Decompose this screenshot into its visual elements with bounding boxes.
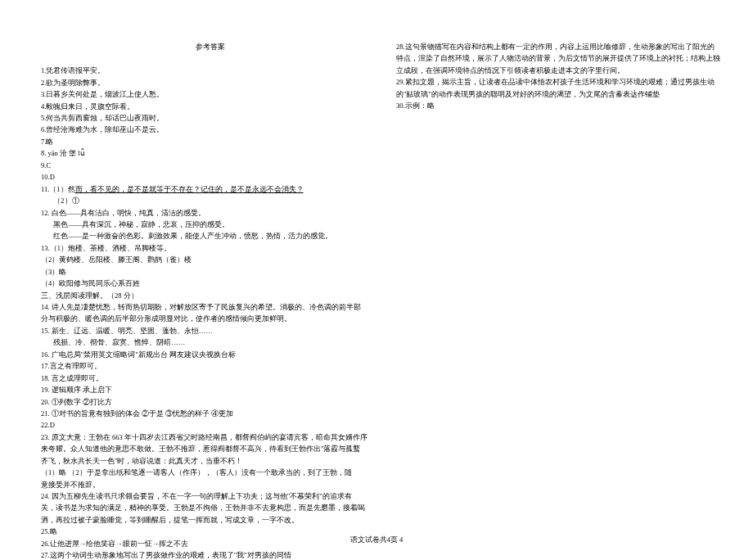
text-line: （2）①	[41, 195, 380, 206]
text-line: 18. 言之成理即可。	[41, 373, 380, 384]
text-line: 13.（1）炮楼、茶楼、酒楼、吊脚楼等。	[41, 242, 380, 254]
text-line: 14. 诗人先是凄楚忧愁，转而热切期盼，对解放区寄予了民族复兴的希望。消极的、冷…	[41, 301, 380, 313]
underlined-text: 而，看不见的，是不是就等于不存在？记住的，是不是永远不会消失？	[75, 185, 304, 193]
text-line: 28.这句景物描写在内容和结构上都有一定的作用，内容上运用比喻修辞，生动形象的写…	[396, 41, 720, 52]
text-line: 黑色——具有深沉，神秘，寂静，悲哀，压抑的感受。	[41, 219, 380, 230]
text-line: （3）略	[41, 266, 380, 278]
text-line: 22.D	[41, 419, 380, 431]
text-line: 2.欲为圣明除弊事。	[41, 77, 380, 88]
text-line: 残损、冷、彻骨、寂寞、憔悴、阴暗……	[41, 336, 380, 348]
text-line: 意接受并不推辞。	[41, 479, 380, 490]
text-line: （2）黄鹤楼、岳阳楼、滕王阁、鹳鹊（雀）楼	[41, 254, 380, 265]
text-line: 1.凭君传语报平安。	[41, 65, 380, 76]
text-line: 来夸耀。众人知道他的意思不敢做。王勃不推辞，惹得阎都督不高兴，待看到王勃作出"落…	[41, 443, 380, 454]
text-line: 关，读书是为求知的满足，精神的享受。王勃是不拘俗，王勃并非不去意构思，而是先磨墨…	[41, 502, 380, 513]
left-column: 参考答案 1.凭君传语报平安。2.欲为圣明除弊事。3.日暮乡关何处是，烟波江上使…	[41, 41, 380, 560]
text-line: 9.C	[41, 160, 380, 171]
text-line: 5.何当共剪西窗烛，却话巴山夜雨时。	[41, 112, 380, 124]
text-line: （1）略 （2）于是拿出纸和笔逐一请客人（作序），（客人）没有一个敢承当的，到了…	[41, 467, 380, 478]
text-line: 21. ①对书的旨意有独到的体会 ②于是 ③忧愁的样子 ④更加	[41, 408, 380, 419]
document-title: 参考答案	[41, 41, 380, 53]
text-line: 10.D	[41, 171, 380, 183]
text-line: 8. yān 沧 堡 lǚ	[41, 147, 380, 159]
text-line: 17.言之有理即可。	[41, 360, 380, 372]
text-line: 16. 广电总局"禁用英文缩略词"新规出台 网友建议央视换台标	[41, 349, 380, 360]
text-line: 11.（1）然而，看不见的，是不是就等于不存在？记住的，是不是永远不会消失？	[41, 183, 380, 195]
text-line: 4.毅魄归来日，灵旗空际看。	[41, 101, 380, 112]
text-line: （4）欧阳修与民同乐心系百姓	[41, 278, 380, 289]
text-line: 特点，渲染了自然环境，展示了人物活动的背景，为后文情节的展开提供了环境上的衬托；…	[396, 52, 720, 64]
text-line: 12. 白色——具有洁白，明快，纯真，清洁的感受。	[41, 207, 380, 219]
text-line: 19. 逻辑顺序 承上启下	[41, 384, 380, 395]
text-line: 24. 因为五柳先生读书只求领会要旨，不在一字一句的理解上下功夫；这与他"不慕荣…	[41, 490, 380, 502]
text-line: 6.曾经沧海难为水，除却巫山不是云。	[41, 124, 380, 135]
text-line: 29.紧扣文题，揭示主旨，让读者在品读中体悟农村孩子生活环境和学习环境的艰难；通…	[396, 76, 720, 88]
text-line: 27.这两个动词生动形象地写出了男孩做作业的艰难，表现了"我"对男孩的同情	[41, 549, 380, 560]
text-line: 23. 原文大意：王勃在 663 年十四岁去江西省父时路经南昌，都督阎伯屿的宴请…	[41, 431, 380, 443]
text-line: 立成段，在强调环境特点的情况下引领读者积极走进本文的字里行间。	[396, 65, 720, 76]
page-footer: 语文试卷共4页 4	[0, 535, 753, 545]
text-line: 的"贴玻璃"的动作表现男孩的聪明及对好的环境的渴望，为文尾的含蓄表达作铺垫	[396, 88, 720, 100]
text-line: 齐飞，秋水共长天一色"时，动容说道：此真天才，当垂不朽！	[41, 455, 380, 467]
text-line: 3.日暮乡关何处是，烟波江上使人愁。	[41, 88, 380, 100]
right-content: 28.这句景物描写在内容和结构上都有一定的作用，内容上运用比喻修辞，生动形象的写…	[396, 41, 720, 112]
text-line: 20. ①列数字 ②打比方	[41, 396, 380, 408]
text-line: 红色——是一种激奋的色彩。刺激效果，能使人产生冲动，愤怒，热情，活力的感觉。	[41, 230, 380, 242]
text-line: 15. 新生、辽远、温暖、明亮、坚固、蓬勃、永恒……	[41, 325, 380, 336]
text-line: 30.示例：略	[396, 100, 720, 111]
right-column: 28.这句景物描写在内容和结构上都有一定的作用，内容上运用比喻修辞，生动形象的写…	[396, 41, 720, 560]
text-line: 酒，再拉过被子蒙脸睡觉，等到睡醒后，提笔一挥而就，写成文章，一字不改。	[41, 514, 380, 526]
text-line: 7.略	[41, 136, 380, 147]
left-content: 1.凭君传语报平安。2.欲为圣明除弊事。3.日暮乡关何处是，烟波江上使人愁。4.…	[41, 65, 380, 560]
text-line: 三、浅层阅读理解。（28 分）	[41, 290, 380, 301]
page-container: 参考答案 1.凭君传语报平安。2.欲为圣明除弊事。3.日暮乡关何处是，烟波江上使…	[0, 0, 753, 560]
text-line: 分与积极的、暖色调的后半部分形成明显对比，使作者的感情倾向更加鲜明。	[41, 313, 380, 324]
